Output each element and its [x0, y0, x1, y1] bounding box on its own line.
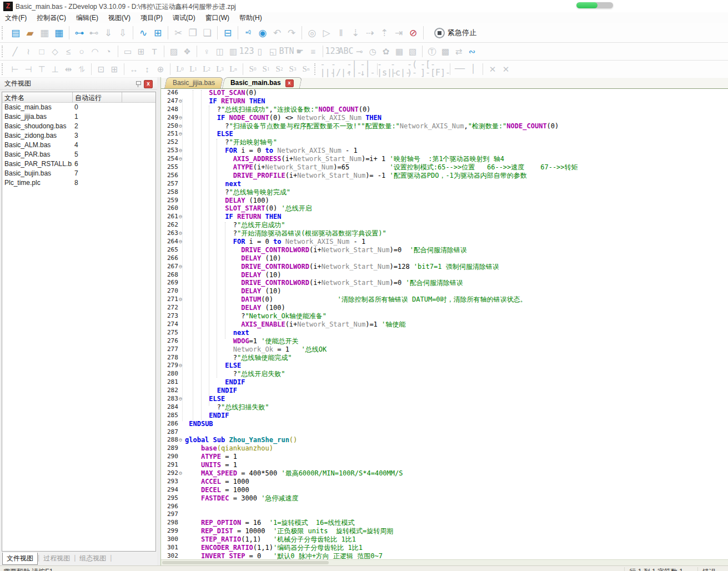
draw-rect-icon[interactable]: □: [35, 46, 48, 58]
code-line-276[interactable]: 276 WDOG=1 '使能总开关: [161, 337, 728, 345]
state-sn-icon[interactable]: Sn: [299, 63, 313, 75]
tab-close-icon[interactable]: x: [285, 79, 294, 87]
snap-grid-icon[interactable]: ⊞: [108, 63, 121, 75]
device-io-icon[interactable]: ▥: [227, 46, 240, 58]
fold-marker-icon[interactable]: ⊖: [179, 97, 182, 106]
code-line-291[interactable]: 291 UNITS = 1: [161, 461, 728, 469]
menu-item-7[interactable]: 帮助(H): [234, 12, 267, 24]
shape-group-icon[interactable]: ❖: [180, 46, 194, 58]
lamp-icon[interactable]: ♀: [200, 46, 213, 58]
fold-marker-icon[interactable]: ⊖: [179, 213, 182, 221]
connect-controller-icon[interactable]: ⊶: [72, 26, 87, 40]
code-line-301[interactable]: 301 ENCODER_RATIO(1,1)'编码器分子分母齿轮比 1比1: [161, 544, 728, 552]
file-row-Basic_main.bas[interactable]: Basic_main.bas0: [2, 103, 155, 112]
code-line-270[interactable]: 270 DELAY (10): [161, 287, 728, 295]
ruler-icon[interactable]: ▭: [121, 46, 134, 58]
file-row-Basic_ALM.bas[interactable]: Basic_ALM.bas4: [2, 141, 155, 150]
code-line-268[interactable]: 268 DELAY (10): [161, 271, 728, 279]
swap-icon[interactable]: ⇄: [452, 46, 465, 58]
code-line-256[interactable]: 256 DRIVE_PROFILE(i+Network_Start_Num)= …: [161, 172, 728, 180]
draw-pie-icon[interactable]: ◔: [102, 46, 115, 58]
abc-slider-icon[interactable]: ABC: [339, 46, 353, 58]
undo-icon[interactable]: ↶: [270, 26, 284, 40]
code-line-296[interactable]: 296: [161, 503, 728, 511]
run-to-cursor-icon[interactable]: ⇥: [391, 26, 406, 40]
code-line-294[interactable]: 294 DECEL = 1000: [161, 486, 728, 494]
file-row-Basic_jijia.bas[interactable]: Basic_jijia.bas1: [2, 112, 155, 122]
code-line-288[interactable]: 288⊖global Sub Zhou_YanShe_run(): [161, 436, 728, 444]
menu-item-3[interactable]: 视图(V): [103, 12, 135, 24]
code-line-251[interactable]: 251⊖ ELSE: [161, 130, 728, 138]
draw-arc-icon[interactable]: ◠: [88, 46, 102, 58]
code-line-287[interactable]: 287: [161, 428, 728, 437]
toolbar-grip[interactable]: [2, 63, 6, 75]
code-line-289[interactable]: 289 base(qiankuanzhou): [161, 444, 728, 453]
new-file-icon[interactable]: ▤: [8, 26, 23, 40]
draw-bezier-icon[interactable]: ≤: [62, 46, 75, 58]
download-ram-icon[interactable]: ⇓: [101, 26, 116, 40]
counter-icon[interactable]: 123: [240, 46, 253, 58]
layer-ln-icon[interactable]: Ln: [227, 63, 240, 75]
code-line-292[interactable]: 292⊖ MAX_SPEED = 400*500 '最高6000R/MIN=10…: [161, 469, 728, 478]
toggle-icon[interactable]: ▯: [253, 46, 267, 58]
fold-marker-icon[interactable]: ⊖: [179, 295, 182, 304]
fold-marker-icon[interactable]: ⊖: [179, 362, 182, 370]
vertical-line-icon[interactable]: │: [466, 63, 480, 75]
layer-l3-icon[interactable]: L3: [213, 63, 227, 75]
code-line-265[interactable]: 265 DRIVE_CONTROLWORD(i+Network_Start_Nu…: [161, 246, 728, 254]
pause-icon[interactable]: ‖: [334, 26, 348, 40]
step-into-icon[interactable]: ⇣: [348, 26, 363, 40]
code-line-275[interactable]: 275 next: [161, 329, 728, 337]
debug-target-icon[interactable]: ◎: [305, 26, 319, 40]
node-link-icon[interactable]: ⊸: [353, 46, 366, 58]
lasso-icon[interactable]: ∾: [465, 46, 479, 58]
menu-item-0[interactable]: 文件(F): [0, 12, 32, 24]
fold-marker-icon[interactable]: ⊖: [179, 122, 182, 131]
file-row-Basic_bujin.bas[interactable]: Basic_bujin.bas7: [2, 169, 155, 178]
center-vertical-icon[interactable]: ⥮: [75, 63, 88, 75]
code-line-281[interactable]: 281 ENDIF: [161, 378, 728, 387]
step-over-icon[interactable]: ⇢: [363, 26, 377, 40]
touch-widget-icon[interactable]: ☛: [293, 46, 307, 58]
state-s0-icon[interactable]: S0: [246, 63, 259, 75]
delete-element-icon[interactable]: ✕: [486, 63, 499, 75]
draw-circle-icon[interactable]: ○: [75, 46, 88, 58]
num-slider-icon[interactable]: 123: [326, 46, 339, 58]
timer-icon[interactable]: ◷: [366, 46, 379, 58]
fold-marker-icon[interactable]: ⊖: [179, 469, 182, 478]
code-line-299[interactable]: 299 REP_DIST = 10000 '正负极限 units 旋转模式=旋转…: [161, 527, 728, 535]
code-area[interactable]: 246 SLOT_SCAN(0)247⊖ IF RETURN THEN248 ?…: [161, 89, 728, 560]
redo-icon[interactable]: ↷: [284, 26, 299, 40]
code-line-295[interactable]: 295 FASTDEC = 3000 '急停减速度: [161, 494, 728, 503]
bus-config-icon[interactable]: ⊞: [150, 26, 165, 40]
code-line-283[interactable]: 283⊖ ELSE: [161, 395, 728, 403]
function-block-icon[interactable]: -[F]-: [434, 63, 447, 75]
contact-rise-icon[interactable]: -|↑|-: [348, 63, 361, 75]
state-s3-icon[interactable]: S3: [286, 63, 299, 75]
button-widget-icon[interactable]: BTN: [280, 46, 293, 58]
layer-l0-icon[interactable]: L0: [173, 63, 187, 75]
textbox-icon[interactable]: Ⓣ: [425, 46, 439, 58]
horizontal-line-icon[interactable]: ──: [453, 63, 466, 75]
horizontal-scrollbar[interactable]: [161, 559, 728, 565]
code-line-246[interactable]: 246 SLOT_SCAN(0): [161, 89, 728, 97]
code-line-290[interactable]: 290 ATYPE = 1: [161, 453, 728, 461]
snap-size-icon[interactable]: ⊡: [94, 63, 108, 75]
code-line-282[interactable]: 282 ENDIF: [161, 387, 728, 395]
fold-marker-icon[interactable]: ⊖: [179, 114, 182, 122]
code-line-286[interactable]: 286 ENDSUB: [161, 420, 728, 428]
code-line-249[interactable]: 249⊖ IF NODE_COUNT(0) <> Network_AXIS_Nu…: [161, 114, 728, 122]
fold-marker-icon[interactable]: ⊖: [179, 238, 182, 246]
code-line-271[interactable]: 271⊖ DATUM(0) '清除控制器所有轴错误 DATUM=0时，清除所有轴…: [161, 295, 728, 304]
code-line-262[interactable]: 262 ?"总线开启成功": [161, 221, 728, 229]
code-line-285[interactable]: 285 ENDIF: [161, 412, 728, 420]
code-line-302[interactable]: 302 INVERT_STEP = 0 '默认0 脉冲+方向 正逻辑 范围0~7: [161, 552, 728, 560]
oscilloscope-icon[interactable]: ∿: [136, 26, 150, 40]
picture-box-icon[interactable]: ▩: [439, 46, 452, 58]
fold-marker-icon[interactable]: ⊖: [179, 130, 182, 138]
save-all-icon[interactable]: ▦: [52, 26, 66, 40]
toolbar-grip[interactable]: [2, 26, 6, 39]
code-line-263[interactable]: 263⊖ ?"开始清除驱动器错误(根据驱动器数据字典设置)": [161, 229, 728, 238]
download-rom-icon[interactable]: ⇩: [116, 26, 130, 40]
panel-tab-1[interactable]: 过程视图: [39, 553, 74, 564]
